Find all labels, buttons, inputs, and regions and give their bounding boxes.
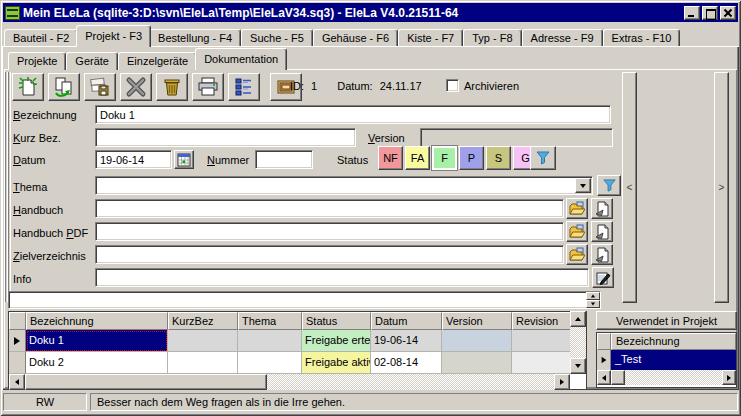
memo-input[interactable] — [8, 291, 601, 309]
scroll-right-button[interactable] — [722, 370, 736, 385]
col-header-thema[interactable]: Thema — [238, 312, 302, 330]
cell-datum[interactable]: 02-08-14 — [371, 352, 442, 374]
handbuch-open-button[interactable] — [591, 198, 613, 219]
tab-extras[interactable]: Extras - F10 — [603, 29, 681, 47]
status-f-button[interactable]: F — [432, 146, 457, 170]
tab-adresse[interactable]: Adresse - F9 — [522, 29, 603, 47]
side-horizontal-scrollbar[interactable] — [597, 370, 736, 385]
col-header-version[interactable]: Version — [442, 312, 512, 330]
tab-dokumentation[interactable]: Dokumentation — [195, 48, 287, 70]
tab-geraete[interactable]: Geräte — [66, 52, 118, 70]
side-col-header-bezeichnung[interactable]: Bezeichnung — [611, 333, 736, 350]
tab-kiste[interactable]: Kiste - F7 — [398, 29, 463, 47]
collapse-left-splitter[interactable]: < — [622, 72, 637, 303]
trash-button[interactable] — [156, 73, 188, 101]
tab-suche[interactable]: Suche - F5 — [241, 29, 313, 47]
id-label: ID: — [290, 80, 304, 92]
scroll-up-button[interactable] — [570, 311, 586, 327]
status-s-button[interactable]: S — [486, 146, 511, 170]
copy-record-icon — [53, 76, 75, 98]
maximize-button[interactable] — [702, 6, 718, 20]
status-fa-button[interactable]: FA — [405, 146, 430, 170]
cell-thema[interactable] — [238, 330, 302, 352]
cell-kurzbez[interactable] — [168, 330, 238, 352]
zielverzeichnis-open-button[interactable] — [591, 244, 613, 265]
tab-projekte[interactable]: Projekte — [8, 52, 66, 70]
col-header-revision[interactable]: Revision — [512, 312, 571, 330]
tab-bauteil[interactable]: Bauteil - F2 — [4, 29, 78, 47]
minimize-button[interactable] — [684, 6, 700, 20]
cell-kurzbez[interactable] — [168, 352, 238, 374]
col-header-status[interactable]: Status — [302, 312, 371, 330]
kurz-bez-input[interactable] — [95, 128, 356, 147]
table-row[interactable]: Doku 2 Freigabe aktiv 02-08-14 — [9, 352, 570, 374]
zielverzeichnis-browse-button[interactable] — [566, 244, 588, 265]
cell-revision[interactable] — [512, 352, 571, 374]
tab-projekt[interactable]: Projekt - F3 — [76, 25, 151, 47]
spin-up-button[interactable] — [586, 292, 600, 300]
list-view-button[interactable] — [228, 73, 260, 101]
status-p-button[interactable]: P — [459, 146, 484, 170]
cell-bezeichnung[interactable]: Doku 2 — [26, 352, 168, 374]
calendar-button[interactable] — [174, 150, 194, 169]
handbuch-pdf-browse-button[interactable] — [566, 221, 588, 242]
cell-datum[interactable]: 19-06-14 — [371, 330, 442, 352]
archivieren-checkbox[interactable] — [446, 79, 459, 92]
scroll-right-button[interactable] — [554, 374, 570, 390]
handbuch-input[interactable] — [95, 199, 564, 218]
tab-bestellung[interactable]: Bestellung - F4 — [149, 29, 241, 47]
col-header-datum[interactable]: Datum — [371, 312, 442, 330]
copy-record-button[interactable] — [48, 73, 80, 101]
info-input[interactable] — [95, 268, 589, 287]
verwendet-in-projekt-grid: Bezeichnung _Test — [596, 332, 737, 388]
delete-record-button[interactable] — [120, 73, 152, 101]
cell-revision[interactable] — [512, 330, 571, 352]
save-record-button[interactable] — [84, 73, 116, 101]
new-record-button[interactable] — [12, 73, 44, 101]
tab-gehaeuse[interactable]: Gehäuse - F6 — [313, 29, 398, 47]
tab-typ[interactable]: Typ - F8 — [463, 29, 521, 47]
cell-bezeichnung[interactable]: Doku 1 — [26, 330, 168, 352]
thema-combobox[interactable] — [95, 176, 593, 195]
zielverzeichnis-input[interactable] — [95, 245, 564, 264]
cell-status[interactable]: Freigabe erteilt — [302, 330, 371, 352]
datum-input[interactable] — [95, 150, 172, 169]
thema-filter-button[interactable] — [597, 175, 621, 196]
cell-version[interactable] — [442, 330, 512, 352]
nummer-input[interactable] — [255, 150, 313, 169]
close-button[interactable] — [720, 6, 736, 20]
list-item[interactable]: _Test — [597, 350, 736, 370]
handbuch-pdf-input[interactable] — [95, 222, 564, 241]
print-button[interactable] — [192, 73, 224, 101]
app-icon — [5, 6, 20, 20]
side-grid-header-row: Bezeichnung — [597, 333, 736, 350]
scroll-left-button[interactable] — [9, 374, 25, 390]
status-filter-button[interactable] — [530, 146, 556, 170]
bezeichnung-input[interactable] — [95, 105, 611, 124]
scrollbar-thumb[interactable] — [611, 370, 625, 385]
status-nf-button[interactable]: NF — [378, 146, 403, 170]
scroll-down-button[interactable] — [570, 358, 586, 374]
scroll-left-button[interactable] — [597, 370, 611, 385]
cell-projekt-bezeichnung[interactable]: _Test — [611, 350, 736, 370]
row-selector — [9, 352, 26, 374]
cell-version[interactable] — [442, 352, 512, 374]
grid-horizontal-scrollbar[interactable] — [9, 374, 570, 390]
version-input[interactable] — [420, 128, 613, 147]
spin-down-button[interactable] — [586, 300, 600, 308]
scrollbar-thumb[interactable] — [25, 374, 267, 390]
handbuch-pdf-open-button[interactable] — [591, 221, 613, 242]
title-bar[interactable]: Mein ELeLa (sqlite-3:D:\svn\EleLa\Temp\E… — [3, 3, 738, 22]
grid-vertical-scrollbar[interactable] — [570, 311, 586, 374]
cell-status[interactable]: Freigabe aktiv — [302, 352, 371, 374]
table-row[interactable]: Doku 1 Freigabe erteilt 19-06-14 — [9, 330, 570, 352]
cell-thema[interactable] — [238, 352, 302, 374]
info-edit-button[interactable] — [592, 267, 614, 288]
col-header-bezeichnung[interactable]: Bezeichnung — [26, 312, 168, 330]
expand-right-splitter[interactable]: > — [714, 72, 729, 303]
tab-einzelgeraete[interactable]: Einzelgeräte — [118, 52, 197, 70]
col-header-kurzbez[interactable]: KurzBez — [168, 312, 238, 330]
thema-dropdown-button[interactable] — [575, 178, 591, 193]
handbuch-browse-button[interactable] — [566, 198, 588, 219]
handbuch-pdf-label: Handbuch PDF — [13, 227, 88, 239]
